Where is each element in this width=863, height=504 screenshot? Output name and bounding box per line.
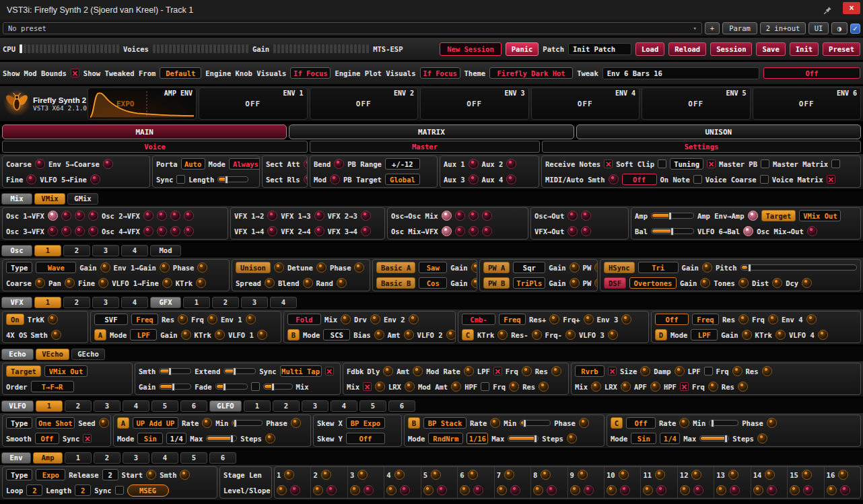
a-chip[interactable]: A [94,329,106,340]
res-knob[interactable] [549,314,559,324]
sync-checkbox[interactable] [176,175,185,184]
drv-knob[interactable] [370,314,380,324]
osc-1-vfx-knob[interactable] [88,211,98,221]
stage-10-len-knob[interactable] [619,470,629,480]
osc-4-vfx-knob[interactable] [143,226,153,236]
stage-2-len-knob[interactable] [321,470,331,480]
vlfo-2-tab[interactable]: 2 [65,400,92,412]
plugin-enabled-checkbox[interactable]: ✓ [850,24,860,34]
steps-knob[interactable] [757,433,767,443]
master-pb-checkbox[interactable] [761,159,769,168]
param-button[interactable]: Param [722,22,757,34]
stage-8-len-knob[interactable] [541,470,551,480]
stage-15-len-knob[interactable] [802,470,812,480]
vfx-3-4-knob[interactable] [361,226,371,236]
stage-9-slope-knob[interactable] [584,485,594,495]
stage-3-slope-knob[interactable] [364,485,374,495]
pw-knob[interactable] [594,262,598,273]
stage-7-slope-knob[interactable] [510,485,520,495]
stage-9-len-knob[interactable] [578,470,588,480]
stage-14-level-knob[interactable] [753,485,763,495]
gain-knob[interactable] [569,278,580,288]
osc-osc-mix-knob[interactable] [469,211,479,221]
frq-knob[interactable] [732,366,743,376]
amp-env-amp-knob[interactable] [748,211,758,221]
min-slider[interactable] [232,420,263,426]
mix-knob[interactable] [375,382,385,392]
stage-3-level-knob[interactable] [350,485,360,495]
b-chip[interactable]: B [287,329,300,340]
rand-knob[interactable] [337,278,347,288]
contrast-icon-button[interactable]: ◑ [831,22,848,34]
unison-voices-knob[interactable] [274,262,284,273]
osc-4-vfx-knob[interactable] [170,226,180,236]
stage-11-slope-knob[interactable] [656,485,666,495]
session-button[interactable]: Session [710,42,752,56]
tuning-checkbox[interactable]: × [707,159,716,168]
gfx-2-tab[interactable]: 2 [212,297,239,308]
echo-mix-slider[interactable] [263,384,293,390]
res-knob[interactable] [178,314,188,324]
rate-knob[interactable] [490,418,500,428]
frq-knob[interactable] [768,314,778,324]
stage-4-len-knob[interactable] [394,470,405,480]
mod-knob[interactable] [330,174,340,184]
env-5-coarse-knob[interactable] [103,159,113,169]
osc-mix-vfx-knob[interactable] [442,226,452,236]
sect-rls-knob[interactable] [304,174,308,184]
stage-10-slope-knob[interactable] [620,485,630,495]
rate-knob[interactable] [679,418,689,428]
spread-knob[interactable] [265,278,275,288]
tab-unison[interactable]: UNISON [576,124,861,139]
min-slider[interactable] [520,420,551,426]
osc-1-vfx-knob[interactable] [75,211,85,221]
vlfo-1-tab[interactable]: 1 [36,400,63,412]
dcy-knob[interactable] [802,278,812,288]
gfx-3-tab[interactable]: 3 [241,297,268,308]
stage-11-len-knob[interactable] [655,470,665,480]
lpf-checkbox[interactable] [704,367,713,375]
phase-knob[interactable] [579,418,589,428]
fade-slider[interactable] [215,384,248,390]
svf-target-dropdown[interactable]: Freq [131,314,158,325]
hpf-checkbox[interactable] [481,382,489,391]
stage-5-slope-knob[interactable] [437,485,447,495]
c-chip[interactable]: C [462,329,474,340]
dsf-chip[interactable]: DSF [604,277,626,289]
osc-mix-out-knob[interactable] [807,226,817,236]
engine-plot-visuals-dropdown[interactable]: If Focus [420,67,460,79]
soft-clip-checkbox[interactable] [658,159,666,168]
type-chip[interactable]: Type [6,417,32,429]
sync-checkbox[interactable] [115,486,124,495]
vmix-tab[interactable]: VMix [34,193,65,205]
tab-main[interactable]: MAIN [2,124,287,139]
env-5-tab[interactable]: 5 [180,452,207,464]
lfo-a-tempo-dropdown[interactable]: 1/4 [166,433,186,444]
vlfo-5-tab[interactable]: 5 [151,400,178,412]
extend-slider[interactable] [223,368,256,374]
tweak-off-dropdown[interactable]: Off [763,67,860,79]
basic-b-chip[interactable]: Basic B [376,277,415,289]
pitch-slider[interactable] [740,264,857,271]
vlfo-1-fine-knob[interactable] [162,278,172,288]
osc-3-vfx-knob[interactable] [88,226,98,236]
load-button[interactable]: Load [635,42,664,56]
res-knob[interactable] [532,330,542,340]
tones-knob[interactable] [738,278,749,288]
lpf-checkbox[interactable]: × [493,367,502,375]
c-chip[interactable]: C [611,417,623,429]
glfo-2-tab[interactable]: 2 [273,400,300,412]
env-2-tab[interactable]: 2 [94,452,120,464]
vlfo-3-tab[interactable]: 3 [94,400,120,412]
osc-mix-vfx-knob[interactable] [469,226,479,236]
phase-knob[interactable] [197,262,207,273]
mod-rate-knob[interactable] [464,366,474,376]
tuning-dropdown[interactable]: Tuning [670,158,703,170]
saw-dropdown[interactable]: Saw [419,262,447,273]
stage-14-len-knob[interactable] [765,470,775,480]
stage-8-slope-knob[interactable] [547,485,557,495]
aux-2-knob[interactable] [506,159,516,169]
aux-1-knob[interactable] [469,159,479,169]
voice-matrix-checkbox[interactable]: × [827,175,835,184]
env-1-gain-knob[interactable] [160,262,170,273]
